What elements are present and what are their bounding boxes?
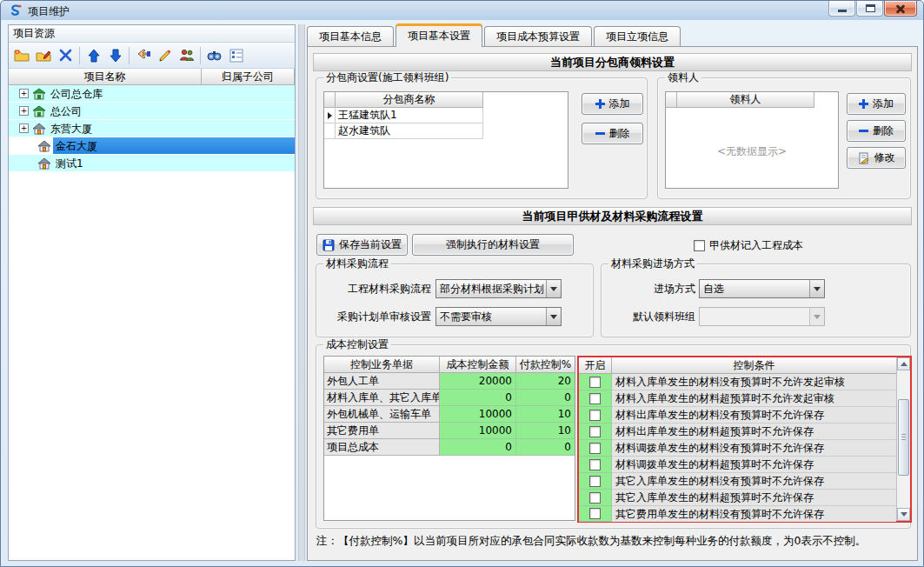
dropdown-button[interactable] bbox=[546, 280, 561, 297]
picker-modify-button[interactable]: 修改 bbox=[847, 147, 906, 169]
dropdown-button[interactable] bbox=[809, 280, 824, 297]
tree-row-head-office[interactable]: 总公司 bbox=[9, 103, 295, 120]
checkbox-icon[interactable] bbox=[589, 476, 601, 487]
save-settings-button[interactable]: 保存当前设置 bbox=[316, 234, 408, 256]
checkbox-icon[interactable] bbox=[589, 443, 601, 454]
expand-icon[interactable] bbox=[19, 89, 29, 98]
delete-icon[interactable] bbox=[55, 45, 76, 66]
users-icon[interactable] bbox=[176, 45, 197, 66]
close-button[interactable] bbox=[884, 1, 917, 17]
percent-cell[interactable]: 0 bbox=[516, 439, 575, 456]
percent-cell[interactable]: 10 bbox=[516, 423, 575, 439]
amount-cell[interactable]: 10000 bbox=[440, 423, 516, 439]
cost-row: 外包人工单 20000 20 bbox=[324, 373, 575, 390]
view-list-icon[interactable] bbox=[225, 45, 247, 66]
percent-cell[interactable]: 10 bbox=[516, 406, 575, 423]
conditions-scrollbar[interactable] bbox=[896, 357, 910, 521]
condition-checkbox-cell[interactable] bbox=[579, 424, 612, 440]
expand-icon[interactable] bbox=[19, 123, 29, 133]
triangle-down-icon bbox=[901, 512, 907, 517]
picker-add-button[interactable]: 添加 bbox=[847, 93, 906, 115]
checkbox-icon[interactable] bbox=[589, 492, 601, 504]
condition-checkbox-cell[interactable] bbox=[579, 457, 612, 473]
checkbox-icon[interactable] bbox=[589, 459, 601, 470]
cost-row: 项目总成本 0 0 bbox=[324, 439, 575, 456]
tree-item-label: 测试1 bbox=[56, 157, 83, 170]
doc-name-cell: 材料入库单、其它入库单 bbox=[324, 390, 440, 406]
field-label: 默认领料班组 bbox=[602, 307, 695, 326]
amount-cell[interactable]: 0 bbox=[440, 390, 516, 406]
column-header-open[interactable]: 开启 bbox=[579, 357, 612, 374]
column-header-subcontractor-name[interactable]: 分包商名称 bbox=[336, 92, 483, 108]
subcontractor-row[interactable]: 赵水建筑队 bbox=[324, 123, 568, 139]
column-header-project-name[interactable]: 项目名称 bbox=[9, 69, 202, 85]
dropdown-button[interactable] bbox=[546, 308, 561, 325]
tab-project-basic-info[interactable]: 项目基本信息 bbox=[307, 26, 394, 47]
column-header-percent[interactable]: 付款控制% bbox=[516, 357, 575, 373]
condition-checkbox-cell[interactable] bbox=[579, 407, 612, 424]
checkbox-icon[interactable] bbox=[694, 240, 705, 251]
column-header-picker[interactable]: 领料人 bbox=[677, 92, 814, 108]
percent-cell[interactable]: 20 bbox=[516, 373, 575, 390]
tree-row-company-warehouse[interactable]: 公司总仓库 bbox=[9, 85, 295, 103]
condition-checkbox-cell[interactable] bbox=[579, 440, 612, 457]
column-header-doc[interactable]: 控制业务单据 bbox=[324, 357, 440, 373]
condition-checkbox-cell[interactable] bbox=[579, 374, 612, 390]
subcontractor-row[interactable]: 王猛建筑队1 bbox=[324, 108, 568, 123]
move-down-icon[interactable] bbox=[104, 45, 126, 66]
button-label: 添加 bbox=[609, 97, 630, 111]
picker-delete-button[interactable]: 删除 bbox=[847, 120, 906, 142]
group-legend: 领料人 bbox=[665, 71, 701, 83]
panel-splitter[interactable] bbox=[298, 24, 305, 561]
edit-folder-icon[interactable] bbox=[33, 45, 55, 66]
tab-project-basic-settings[interactable]: 项目基本设置 bbox=[396, 23, 482, 47]
column-header-subsidiary[interactable]: 归属子公司 bbox=[202, 69, 295, 85]
scroll-up-button[interactable] bbox=[897, 357, 910, 370]
combobox-value: 自选 bbox=[700, 280, 809, 297]
tree-row-dongying-tower[interactable]: 东营大厦 bbox=[9, 120, 295, 137]
column-header-condition[interactable]: 控制条件 bbox=[612, 357, 896, 374]
checkbox-icon[interactable] bbox=[589, 508, 601, 519]
checkbox-icon[interactable] bbox=[589, 377, 601, 388]
forced-material-settings-button[interactable]: 强制执行的材料设置 bbox=[412, 234, 574, 256]
condition-checkbox-cell[interactable] bbox=[579, 490, 612, 506]
tree-row-jinshi-tower-selected[interactable]: 金石大厦 bbox=[9, 137, 295, 155]
combobox-value: 不需要审核 bbox=[436, 308, 546, 325]
tree-column-headers: 项目名称 归属子公司 bbox=[9, 69, 295, 85]
tree-row-test1[interactable]: 测试1 bbox=[9, 155, 295, 172]
tab-project-cost-budget-settings[interactable]: 项目成本预算设置 bbox=[484, 26, 592, 47]
expand-icon[interactable] bbox=[19, 106, 29, 116]
scroll-down-button[interactable] bbox=[897, 508, 910, 521]
percent-cell[interactable]: 0 bbox=[516, 390, 575, 406]
checkbox-icon[interactable] bbox=[589, 426, 601, 437]
subcontractor-add-button[interactable]: 添加 bbox=[582, 93, 643, 115]
section-header-subcontractor: 当前项目分包商领料设置 bbox=[313, 53, 912, 71]
amount-cell[interactable]: 20000 bbox=[440, 373, 516, 390]
condition-checkbox-cell[interactable] bbox=[579, 390, 612, 407]
tab-project-approval-info[interactable]: 项目立项信息 bbox=[594, 26, 681, 47]
condition-checkbox-cell[interactable] bbox=[579, 473, 612, 490]
search-icon[interactable] bbox=[203, 45, 225, 66]
entry-mode-combobox[interactable]: 自选 bbox=[699, 279, 825, 298]
column-header-amount[interactable]: 成本控制金额 bbox=[440, 357, 516, 373]
subcontractor-delete-button[interactable]: 删除 bbox=[582, 123, 643, 144]
maximize-button[interactable] bbox=[856, 1, 883, 17]
assign-hand-icon[interactable] bbox=[132, 45, 154, 66]
procurement-flow-combobox[interactable]: 部分材料根据采购计划 bbox=[435, 279, 562, 298]
amount-cell[interactable]: 10000 bbox=[440, 406, 516, 423]
edit-pencil-icon[interactable] bbox=[154, 45, 176, 66]
amount-cell[interactable]: 0 bbox=[440, 439, 516, 456]
move-up-icon[interactable] bbox=[83, 45, 104, 66]
checkbox-icon[interactable] bbox=[589, 393, 601, 404]
new-folder-icon[interactable] bbox=[11, 45, 33, 66]
scrollbar-thumb[interactable] bbox=[898, 399, 909, 476]
dropdown-button[interactable] bbox=[809, 308, 824, 325]
default-picker-team-combobox[interactable] bbox=[699, 307, 825, 326]
condition-checkbox-cell[interactable] bbox=[579, 506, 612, 522]
subcontractor-name: 赵水建筑队 bbox=[336, 123, 483, 139]
minimize-button[interactable] bbox=[828, 1, 855, 17]
house-icon bbox=[37, 157, 51, 170]
plan-review-combobox[interactable]: 不需要审核 bbox=[435, 307, 562, 326]
save-icon bbox=[322, 239, 335, 251]
checkbox-icon[interactable] bbox=[589, 410, 601, 421]
